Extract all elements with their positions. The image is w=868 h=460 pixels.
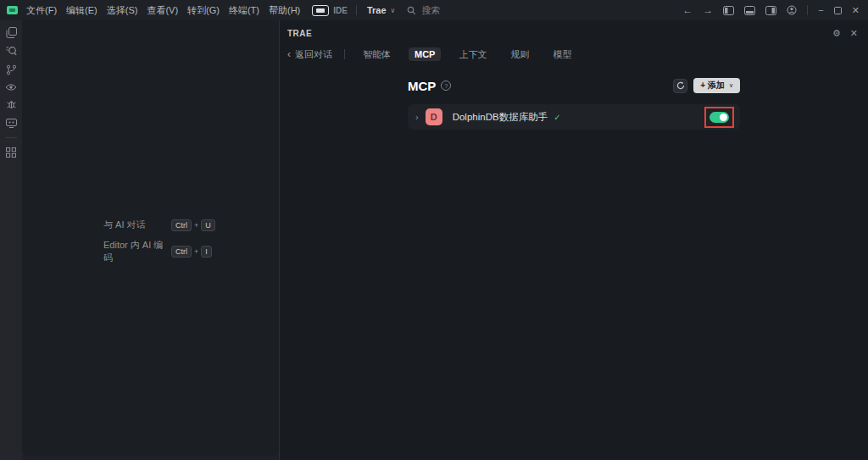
check-icon: ✓ bbox=[554, 113, 560, 122]
hint-keys: Ctrl + I bbox=[171, 246, 212, 258]
tabs-divider bbox=[344, 49, 345, 59]
mcp-section: MCP ? + 添加 ∨ › D bbox=[408, 76, 740, 130]
kbd-plus: + bbox=[194, 221, 198, 230]
titlebar-divider bbox=[807, 5, 808, 15]
mcp-server-row-dolphindb[interactable]: › D DolphinDB数据库助手 ✓ bbox=[408, 104, 740, 130]
history-forward-button[interactable]: → bbox=[703, 4, 713, 16]
titlebar-right: ← → − ✕ bbox=[682, 4, 868, 16]
mcp-title-wrap: MCP ? bbox=[408, 79, 451, 93]
panel-header: TRAE ⚙ ✕ bbox=[280, 20, 868, 39]
titlebar: 文件(F) 编辑(E) 选择(S) 查看(V) 转到(G) 终端(T) 帮助(H… bbox=[0, 0, 868, 20]
titlebar-divider bbox=[356, 5, 357, 15]
kbd-u: U bbox=[201, 219, 215, 231]
toggle-panel-icon[interactable] bbox=[744, 6, 755, 15]
chevron-down-icon: ∨ bbox=[391, 7, 396, 14]
source-control-icon[interactable] bbox=[6, 64, 17, 75]
hint-label: 与 AI 对话 bbox=[103, 219, 170, 231]
account-icon[interactable] bbox=[787, 5, 797, 15]
panel-title: TRAE bbox=[287, 29, 312, 38]
app-switcher-label: Trae bbox=[367, 5, 387, 15]
menu-selection[interactable]: 选择(S) bbox=[107, 4, 138, 17]
minimize-button[interactable]: − bbox=[818, 5, 823, 15]
debug-bug-icon[interactable] bbox=[6, 99, 17, 110]
tab-mcp[interactable]: MCP bbox=[409, 47, 441, 61]
menubar: 文件(F) 编辑(E) 选择(S) 查看(V) 转到(G) 终端(T) 帮助(H… bbox=[26, 4, 300, 17]
tab-rules[interactable]: 规则 bbox=[504, 47, 535, 63]
kbd-ctrl: Ctrl bbox=[171, 219, 192, 231]
tab-models[interactable]: 模型 bbox=[547, 47, 577, 63]
apps-grid-icon[interactable] bbox=[6, 147, 16, 158]
back-to-chat-label: 返回对话 bbox=[295, 48, 332, 61]
chevron-down-icon: ∨ bbox=[729, 82, 733, 89]
expand-chevron-icon[interactable]: › bbox=[415, 112, 419, 122]
chevron-left-icon: ‹ bbox=[287, 48, 291, 60]
mcp-section-header: MCP ? + 添加 ∨ bbox=[408, 76, 740, 95]
history-back-button[interactable]: ← bbox=[682, 4, 693, 16]
eye-preview-icon[interactable] bbox=[5, 83, 17, 91]
tab-agents[interactable]: 智能体 bbox=[357, 47, 397, 63]
ide-mode-label: IDE bbox=[333, 6, 348, 15]
mcp-actions: + 添加 ∨ bbox=[673, 78, 740, 93]
menu-edit[interactable]: 编辑(E) bbox=[66, 4, 97, 17]
hint-label: Editor 内 AI 编码 bbox=[103, 239, 170, 264]
kbd-i: I bbox=[201, 246, 212, 258]
close-window-button[interactable]: ✕ bbox=[852, 5, 860, 16]
hint-inline-ai: Editor 内 AI 编码 Ctrl + I bbox=[103, 239, 215, 264]
server-enabled-toggle[interactable] bbox=[709, 112, 729, 123]
ai-shortcut-hints: 与 AI 对话 Ctrl + U Editor 内 AI 编码 Ctrl + I bbox=[103, 219, 215, 264]
search-placeholder: 搜索 bbox=[421, 4, 440, 17]
global-search[interactable]: 搜索 bbox=[407, 4, 440, 17]
toggle-knob bbox=[720, 114, 727, 121]
titlebar-left: 文件(F) 编辑(E) 选择(S) 查看(V) 转到(G) 终端(T) 帮助(H… bbox=[0, 4, 440, 17]
search-sidebar-icon[interactable] bbox=[6, 46, 17, 57]
hint-keys: Ctrl + U bbox=[171, 219, 215, 231]
app-switcher-dropdown[interactable]: Trae ∨ bbox=[367, 5, 396, 15]
hint-chat-with-ai: 与 AI 对话 Ctrl + U bbox=[103, 219, 215, 231]
server-name: DolphinDB数据库助手 bbox=[453, 111, 548, 124]
menu-go[interactable]: 转到(G) bbox=[187, 4, 220, 17]
explorer-icon[interactable] bbox=[6, 27, 17, 38]
menu-view[interactable]: 查看(V) bbox=[147, 4, 178, 17]
panel-settings-gear-icon[interactable]: ⚙ bbox=[832, 28, 841, 39]
toggle-secondary-sidebar-icon[interactable] bbox=[765, 6, 776, 15]
editor-area: 与 AI 对话 Ctrl + U Editor 内 AI 编码 Ctrl + I bbox=[22, 20, 279, 456]
ide-mode-switch[interactable]: IDE bbox=[312, 5, 348, 16]
toggle-sidebar-icon[interactable] bbox=[723, 6, 734, 15]
trae-logo-icon bbox=[7, 6, 18, 14]
panel-tabs: ‹ 返回对话 智能体 MCP 上下文 规则 模型 bbox=[280, 39, 868, 61]
trae-ai-panel: TRAE ⚙ ✕ ‹ 返回对话 智能体 MCP 上下文 规则 模型 bbox=[279, 20, 868, 460]
search-icon bbox=[407, 6, 416, 15]
help-icon[interactable]: ? bbox=[441, 80, 451, 91]
activity-bar-divider bbox=[5, 137, 17, 138]
menu-file[interactable]: 文件(F) bbox=[26, 4, 57, 17]
back-to-chat-button[interactable]: ‹ 返回对话 bbox=[287, 48, 332, 61]
trae-ide-window: 文件(F) 编辑(E) 选择(S) 查看(V) 转到(G) 终端(T) 帮助(H… bbox=[0, 0, 868, 460]
maximize-button[interactable] bbox=[834, 7, 842, 14]
server-avatar: D bbox=[426, 108, 442, 125]
tab-context[interactable]: 上下文 bbox=[453, 47, 492, 63]
refresh-button[interactable] bbox=[673, 79, 687, 93]
menu-terminal[interactable]: 终端(T) bbox=[229, 4, 259, 17]
panel-close-icon[interactable]: ✕ bbox=[850, 28, 858, 39]
kbd-plus: + bbox=[194, 247, 198, 256]
activity-bar bbox=[0, 20, 22, 460]
ide-mode-icon bbox=[312, 5, 329, 16]
main-area: 与 AI 对话 Ctrl + U Editor 内 AI 编码 Ctrl + I bbox=[0, 20, 868, 460]
annotation-highlight-box bbox=[704, 107, 734, 128]
panel-header-icons: ⚙ ✕ bbox=[832, 28, 858, 39]
add-mcp-button[interactable]: + 添加 ∨ bbox=[693, 78, 740, 93]
kbd-ctrl: Ctrl bbox=[171, 246, 192, 258]
menu-help[interactable]: 帮助(H) bbox=[269, 4, 300, 17]
mcp-section-title: MCP bbox=[408, 79, 436, 93]
webview-tv-icon[interactable] bbox=[6, 118, 17, 128]
add-button-label: + 添加 bbox=[700, 80, 725, 91]
